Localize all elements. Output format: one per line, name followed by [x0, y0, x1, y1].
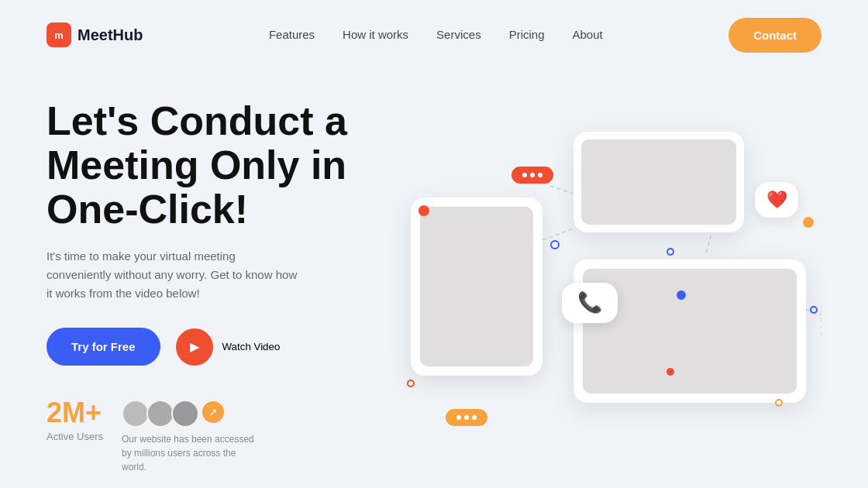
avatar-3: [171, 400, 199, 428]
decorative-circle-outline-5: [775, 399, 783, 407]
chat-dots: [522, 173, 542, 177]
play-icon: ▶: [176, 328, 213, 366]
hero-description: It's time to make your virtual meeting c…: [46, 247, 302, 303]
stat-social: ↗ Our website has been accessed by milli…: [122, 397, 261, 474]
phone-icon: 📞: [577, 290, 602, 314]
arrow-icon: ↗: [202, 401, 224, 423]
hero-buttons: Try for Free ▶ Watch Video: [46, 328, 372, 366]
contact-button[interactable]: Contact: [728, 18, 822, 53]
decorative-circle-outline-2: [407, 380, 415, 387]
dot-2: [530, 173, 535, 177]
decorative-dot-blue: [677, 290, 686, 300]
phone-bubble: 📞: [562, 283, 618, 323]
card-top-device: [574, 132, 744, 232]
navbar: m MeetHub Features How it works Services…: [0, 0, 868, 70]
chat-bubble-orange: [446, 409, 487, 426]
decorative-dot-pink-1: [418, 205, 429, 216]
nav-links: Features How it works Services Pricing A…: [269, 28, 603, 42]
hero-left: Let's Conduct a Meeting Only in One-Clic…: [46, 99, 372, 475]
decorative-dot-pink-2: [666, 368, 674, 376]
nav-features[interactable]: Features: [269, 28, 315, 41]
avatar-2: [146, 400, 174, 428]
svg-line-3: [705, 229, 713, 256]
dot-o2: [464, 415, 469, 420]
dot-o1: [456, 415, 461, 420]
dot-o3: [472, 415, 477, 420]
nav-about[interactable]: About: [573, 28, 603, 41]
dot-3: [538, 173, 542, 177]
card-top-screen: [581, 139, 736, 225]
stat-description: Our website has been accessed by million…: [122, 432, 261, 474]
nav-pricing[interactable]: Pricing: [509, 28, 545, 41]
tablet-device: [411, 198, 542, 376]
decorative-circle-outline-3: [666, 248, 674, 256]
hero-illustration: 📞 ❤️: [372, 85, 822, 488]
watch-video-button[interactable]: ▶ Watch Video: [176, 328, 281, 366]
logo[interactable]: m MeetHub: [46, 22, 143, 47]
stats-section: 2M+ Active Users ↗ Our website has been …: [46, 397, 372, 474]
nav-services[interactable]: Services: [436, 28, 481, 41]
decorative-circle-outline-4: [810, 306, 818, 314]
nav-how-it-works[interactable]: How it works: [343, 28, 408, 41]
chat-bubble-red: [512, 167, 553, 184]
dot-1: [522, 173, 527, 177]
heart-icon: ❤️: [766, 190, 787, 210]
hero-section: Let's Conduct a Meeting Only in One-Clic…: [0, 70, 868, 488]
logo-name: MeetHub: [78, 26, 143, 44]
chat-dots-orange: [456, 415, 477, 420]
avatar-1: [122, 400, 150, 428]
hero-title: Let's Conduct a Meeting Only in One-Clic…: [46, 99, 372, 232]
card-bottom-device: [574, 259, 806, 403]
stat-label: Active Users: [46, 431, 103, 442]
try-for-free-button[interactable]: Try for Free: [46, 328, 160, 366]
decorative-dot-orange: [803, 217, 814, 228]
stat-users: 2M+ Active Users: [46, 397, 103, 442]
svg-line-1: [542, 229, 574, 240]
heart-bubble: ❤️: [755, 182, 798, 218]
decorative-circle-outline-1: [550, 240, 560, 249]
stat-number: 2M+: [46, 397, 103, 429]
logo-icon: m: [46, 22, 71, 47]
stat-avatars: [122, 400, 199, 428]
watch-video-label: Watch Video: [222, 341, 281, 352]
tablet-screen: [420, 207, 533, 366]
